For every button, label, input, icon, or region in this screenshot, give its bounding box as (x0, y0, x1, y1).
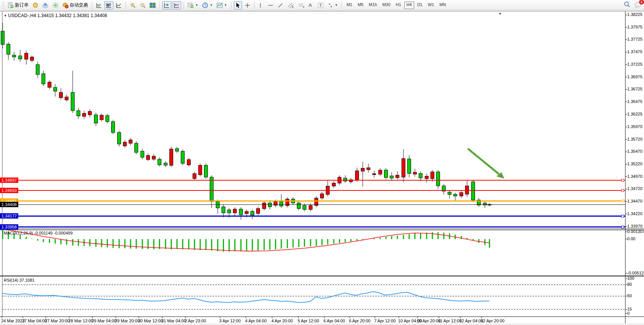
macd-pane-graphics (3, 229, 489, 252)
candle-body (472, 182, 475, 200)
timeframe-w1[interactable]: W1 (426, 2, 437, 9)
candle-body (83, 113, 86, 116)
arrows-tool-button[interactable]: ▼ (326, 1, 340, 10)
chevron-down-icon[interactable]: ▼ (4, 14, 7, 17)
new-order-label: 新订单 (15, 2, 29, 8)
rsi-axis-label: 0 (627, 311, 630, 315)
candlestick-chart-button[interactable] (104, 1, 113, 10)
timeframe-m1[interactable]: M1 (344, 2, 354, 9)
toolbar-grip[interactable] (3, 2, 4, 9)
line-chart-button[interactable] (114, 1, 123, 10)
arrows-icon (327, 2, 333, 8)
line-handle[interactable] (622, 179, 624, 181)
candle-body (361, 168, 365, 171)
timeframe-bar: M1M5M15M30H1H4D1W1MN (344, 2, 448, 9)
zoom-out-button[interactable] (138, 1, 147, 10)
timeframe-m15[interactable]: M15 (367, 2, 379, 9)
text-button[interactable]: A (307, 1, 316, 10)
trendline-button[interactable] (276, 1, 285, 10)
timeframe-d1[interactable]: D1 (415, 2, 425, 9)
candle-body (280, 201, 283, 206)
chart-canvas[interactable] (0, 11, 644, 325)
candle-body (402, 159, 405, 177)
chart-window: 1.382251.379751.377251.374751.372251.369… (0, 11, 644, 325)
zoom-out-icon (140, 2, 146, 8)
candle-body (135, 143, 138, 152)
price-tick-label: 1.36975 (627, 75, 642, 79)
timeframe-h1[interactable]: H1 (394, 2, 403, 9)
tile-windows-button[interactable] (148, 1, 157, 10)
zoom-in-button[interactable] (128, 1, 137, 10)
channel-button[interactable]: E (286, 1, 296, 10)
market-watch-button[interactable] (31, 1, 40, 10)
periods-button[interactable]: ▼ (201, 1, 214, 10)
candle-body (36, 65, 40, 75)
price-tick-label: 1.36475 (627, 99, 642, 104)
timeframe-m5[interactable]: M5 (355, 2, 366, 9)
horizontal-line-button[interactable] (266, 1, 275, 10)
macd-axis-label: -0.005123 (627, 271, 644, 275)
candle-body (106, 116, 109, 122)
signals-button[interactable] (51, 1, 60, 10)
candle-body (408, 159, 411, 173)
horizontal-line-icon (268, 2, 274, 8)
timeframe-mn[interactable]: MN (437, 2, 448, 9)
price-tick-label: 1.34470 (627, 199, 642, 203)
candle-body (396, 175, 399, 178)
time-axis-label: 29 Mar 04:00 (92, 319, 116, 323)
price-tick-label: 1.37975 (627, 25, 642, 29)
candle-body (123, 142, 127, 146)
crosshair-button[interactable] (243, 1, 252, 10)
price-tick-label: 1.35970 (627, 124, 642, 129)
line-handle[interactable] (622, 215, 624, 217)
auto-scroll-button[interactable] (172, 1, 181, 10)
cursor-button[interactable] (234, 1, 242, 10)
text-label-button[interactable]: T (316, 1, 325, 10)
candle-body (77, 111, 80, 116)
window-bottom-strip (0, 323, 644, 325)
line-handle[interactable] (622, 189, 624, 192)
chat-button[interactable]: 1 (634, 2, 642, 9)
last-bar-marker[interactable]: ▼ (499, 12, 502, 16)
candle-body (164, 163, 167, 165)
time-axis-label: 6 Apr 20:00 (349, 319, 370, 323)
vertical-line-button[interactable] (257, 1, 265, 10)
line-handle[interactable] (622, 200, 624, 202)
timeframe-h4[interactable]: H4 (404, 2, 414, 9)
add-indicator-button[interactable]: ▼ (186, 1, 200, 10)
candle-body (344, 178, 347, 181)
vertical-line-icon (258, 2, 262, 8)
candle-body (367, 168, 370, 170)
toolbar-separator (126, 2, 126, 9)
candle-body (193, 174, 196, 179)
svg-text:F: F (303, 6, 304, 8)
macd-indicator-label: MACD(12,26,9) -0.001149 -0.000499 (4, 231, 73, 235)
macd-axis-label: 0.001307 (627, 229, 644, 234)
templates-button[interactable]: ▼ (215, 1, 229, 10)
rsi-line (3, 292, 489, 303)
fibonacci-button[interactable]: F (296, 1, 306, 10)
line-handle[interactable] (622, 226, 624, 228)
timeframe-m30[interactable]: M30 (380, 2, 392, 9)
time-axis-label: 4 Apr 20:00 (271, 319, 293, 323)
line-chart-icon (116, 2, 122, 8)
bar-chart-icon (96, 2, 102, 8)
time-axis-label: 6 Apr 04:00 (324, 319, 345, 323)
channel-icon: E (287, 2, 294, 8)
chevron-down-icon: ▼ (335, 3, 338, 7)
candle-body (454, 194, 457, 196)
search-icon[interactable] (624, 1, 631, 9)
community-button[interactable] (41, 1, 50, 10)
price-tick-label: 1.37475 (627, 49, 642, 54)
text-label-icon: T (318, 3, 324, 8)
rsi-axis-label: 50 (627, 293, 632, 298)
price-tick-label: 1.34220 (627, 211, 642, 216)
candle-body (460, 193, 463, 196)
chevron-down-icon: ▼ (224, 3, 227, 7)
bar-chart-button[interactable] (94, 1, 104, 10)
auto-trading-button[interactable]: 自动交易 (61, 1, 89, 10)
chart-shift-button[interactable] (162, 1, 171, 10)
downtrend-arrow[interactable] (468, 149, 499, 174)
new-order-button[interactable]: 新订单 (6, 1, 30, 10)
candle-body (222, 207, 225, 213)
